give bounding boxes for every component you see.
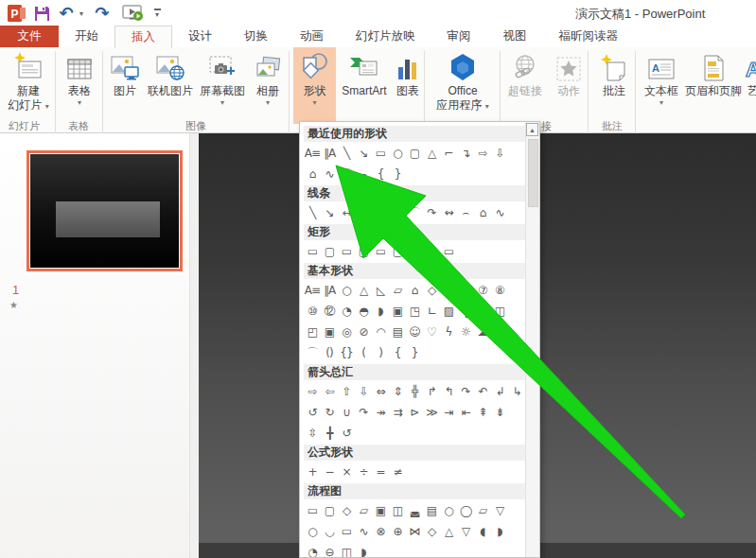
shape-cell[interactable]: ⌒	[406, 202, 423, 223]
shape-cell[interactable]: ≠	[389, 462, 406, 482]
shape-cell[interactable]: ×	[338, 462, 355, 482]
shape-cell[interactable]: ↳	[508, 381, 525, 402]
shape-cell[interactable]: ☁	[474, 322, 491, 342]
smartart-button[interactable]: SmartArt	[338, 50, 391, 98]
shape-cell[interactable]: ◛	[406, 500, 423, 521]
shape-cell[interactable]: ϟ	[440, 322, 457, 342]
shape-cell[interactable]: ◯	[457, 500, 474, 521]
shape-cell[interactable]: ╬	[406, 381, 423, 402]
shape-cell[interactable]: ⇳	[304, 423, 321, 444]
shape-cell[interactable]: ◡	[321, 521, 338, 542]
shape-cell[interactable]: △	[423, 143, 440, 164]
picture-button[interactable]: 图片	[106, 50, 144, 98]
shape-cell[interactable]: ∟	[423, 301, 440, 322]
shape-cell[interactable]: ⊖	[321, 542, 338, 558]
shape-cell[interactable]: ⇔	[372, 381, 389, 402]
shape-cell[interactable]: ⇦	[321, 381, 338, 402]
shape-cell[interactable]: ◔	[338, 301, 355, 322]
tab-视图[interactable]: 视图	[487, 26, 543, 47]
shape-cell[interactable]: ⑩	[304, 301, 321, 322]
shape-cell[interactable]: ▢	[406, 143, 423, 164]
shape-cell[interactable]: ▨	[440, 301, 457, 322]
shape-cell[interactable]: ⇉	[389, 402, 406, 423]
shapes-menu-scrollbar[interactable]: ▲	[525, 122, 539, 557]
tab-切换[interactable]: 切换	[228, 26, 284, 47]
shape-cell[interactable]: ▢	[389, 241, 406, 262]
undo-dropdown-caret[interactable]: ▾	[79, 9, 83, 18]
shape-cell[interactable]: ⌂	[304, 164, 321, 184]
shape-cell[interactable]: ⇞	[474, 402, 491, 423]
shape-cell[interactable]: ⌒	[338, 164, 355, 184]
shape-cell[interactable]: {	[389, 342, 406, 363]
scrollbar-thumb[interactable]	[528, 139, 538, 207]
shape-cell[interactable]: ◯	[457, 280, 474, 301]
shape-cell[interactable]: ↱	[423, 381, 440, 402]
shape-cell[interactable]: ▭	[338, 521, 355, 542]
shape-cell[interactable]: ⌐	[440, 143, 457, 164]
header-footer-button[interactable]: 页眉和页脚	[683, 50, 744, 98]
slide-thumbnail[interactable]	[26, 150, 183, 271]
shape-cell[interactable]: ↺	[304, 402, 321, 423]
shape-cell[interactable]: ◔	[304, 542, 321, 558]
shape-cell[interactable]: ╋	[321, 423, 338, 444]
shape-cell[interactable]: ↔	[338, 202, 355, 223]
shape-cell[interactable]: ↷	[423, 202, 440, 223]
shape-cell[interactable]: ▽	[457, 521, 474, 542]
tab-file[interactable]: 文件	[0, 26, 59, 47]
shape-cell[interactable]: ◗	[355, 542, 372, 558]
customize-qat-button[interactable]: ▾	[149, 3, 165, 24]
shape-cell[interactable]: ▷	[440, 280, 457, 301]
shape-cell[interactable]: ⊔	[474, 301, 491, 322]
shape-cell[interactable]: ⌢	[457, 202, 474, 223]
comment-button[interactable]: 批注	[594, 50, 634, 98]
shape-cell[interactable]: ▭	[304, 500, 321, 521]
start-slideshow-icon[interactable]	[119, 3, 148, 24]
shape-cell[interactable]: {}	[338, 342, 355, 363]
panel-scrollbar[interactable]	[189, 133, 199, 558]
tab-设计[interactable]: 设计	[172, 26, 228, 47]
undo-button[interactable]: ↶	[55, 3, 78, 24]
shape-cell[interactable]: ⋈	[406, 521, 423, 542]
online-pictures-button[interactable]: 联机图片	[145, 50, 196, 98]
shape-cell[interactable]: }	[406, 342, 423, 363]
shape-cell[interactable]: A≡	[304, 280, 321, 301]
shape-cell[interactable]: ↭	[440, 202, 457, 223]
shape-cell[interactable]: ∥A	[321, 143, 338, 164]
shape-cell[interactable]: ⇧	[338, 381, 355, 402]
shape-cell[interactable]: ↷	[355, 402, 372, 423]
shape-cell[interactable]: ▣	[372, 500, 389, 521]
shape-cell[interactable]: ▢	[423, 241, 440, 262]
shape-cell[interactable]: ⊘	[355, 322, 372, 342]
shape-cell[interactable]: ⌐	[355, 202, 372, 223]
shape-cell[interactable]: ⇨	[304, 381, 321, 402]
shape-cell[interactable]: ()	[321, 342, 338, 363]
shape-cell[interactable]: △	[355, 280, 372, 301]
shape-cell[interactable]: ○	[304, 521, 321, 542]
shape-cell[interactable]: ▣	[321, 322, 338, 342]
shape-cell[interactable]: ☺	[406, 322, 423, 342]
shape-cell[interactable]: ◖	[474, 521, 491, 542]
shape-cell[interactable]: ⌂	[474, 202, 491, 223]
shape-cell[interactable]: ↠	[372, 402, 389, 423]
shape-cell[interactable]: ⑫	[321, 301, 338, 322]
shape-cell[interactable]: ⇥	[440, 402, 457, 423]
shape-cell[interactable]: +	[304, 462, 321, 482]
scroll-up-button[interactable]: ▲	[526, 123, 538, 136]
shape-cell[interactable]: ↲	[491, 381, 508, 402]
shape-cell[interactable]: ↺	[338, 423, 355, 444]
shape-cell[interactable]: △	[440, 521, 457, 542]
tab-福昕阅读器[interactable]: 福昕阅读器	[543, 26, 635, 47]
shape-cell[interactable]: )	[372, 342, 389, 363]
shape-cell[interactable]: ∥A	[321, 280, 338, 301]
chart-button[interactable]: 图表	[392, 50, 424, 98]
shape-cell[interactable]: ▣	[389, 301, 406, 322]
shape-cell[interactable]: ↘	[355, 143, 372, 164]
shape-cell[interactable]: ∿	[355, 521, 372, 542]
shape-cell[interactable]: ⇨	[474, 143, 491, 164]
shape-cell[interactable]: ╲	[304, 202, 321, 223]
shape-cell[interactable]: ◫	[389, 500, 406, 521]
shape-cell[interactable]: }	[389, 164, 406, 184]
shape-cell[interactable]: ⌂	[406, 280, 423, 301]
shape-cell[interactable]: −	[321, 462, 338, 482]
shape-cell[interactable]: ○	[389, 143, 406, 164]
